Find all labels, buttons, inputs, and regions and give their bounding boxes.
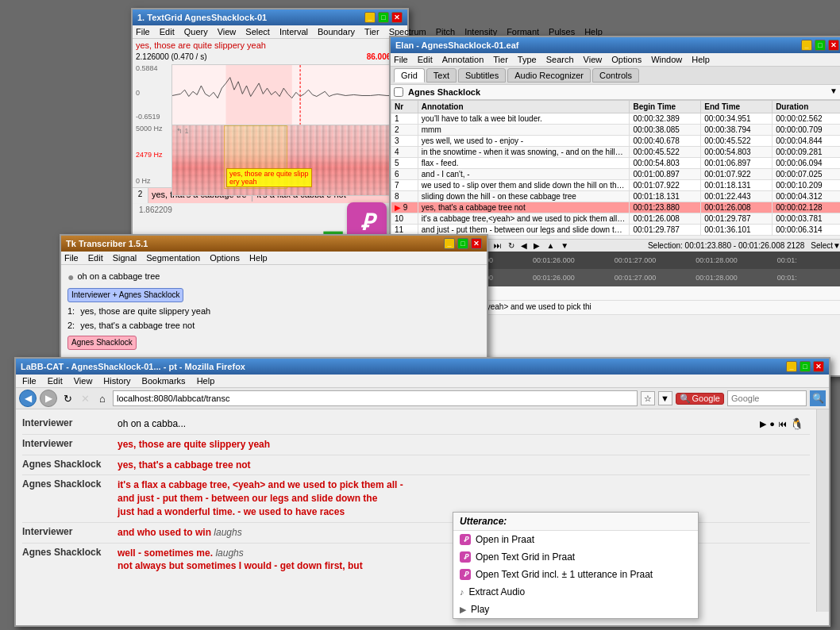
tg-freq-bot: 0 Hz <box>136 177 168 185</box>
lc-link-4[interactable]: and who used to win <box>118 527 211 538</box>
tr-text-0: oh on a cabbage tree <box>77 270 160 284</box>
tr-maximize-button[interactable]: □ <box>457 238 468 249</box>
elan-menu-window[interactable]: Window <box>651 55 682 64</box>
tier-dropdown-arrow[interactable]: ▼ <box>830 86 840 98</box>
elan-arrow-right[interactable]: ▶ <box>534 241 540 250</box>
lc-minimize-button[interactable]: _ <box>786 361 797 372</box>
tr-menu-options[interactable]: Options <box>210 253 240 263</box>
elan-table-row[interactable]: 8sliding down the hill - on these cabbag… <box>391 191 841 202</box>
elan-table-row[interactable]: ▶ 9yes, that's a cabbage tree not00:01:2… <box>391 202 841 213</box>
elan-table-row[interactable]: 5flax - feed.00:00:54.80300:01:06.89700:… <box>391 158 841 169</box>
lc-stop-button[interactable]: ✕ <box>78 391 92 405</box>
elan-table-row[interactable]: 6and - I can't, -00:01:00.89700:01:07.92… <box>391 169 841 180</box>
maximize-button[interactable]: □ <box>378 12 389 23</box>
elan-minimize-button[interactable]: _ <box>801 40 812 51</box>
tab-subtitles[interactable]: Subtitles <box>458 68 506 83</box>
close-button[interactable]: ✕ <box>391 12 403 23</box>
elan-table-row[interactable]: 1you'll have to talk a wee bit louder.00… <box>391 113 841 125</box>
lc-menu-file[interactable]: File <box>22 376 37 386</box>
elan-menu-edit[interactable]: Edit <box>418 55 433 64</box>
tab-text[interactable]: Text <box>426 68 457 83</box>
tr-close-button[interactable]: ✕ <box>471 238 482 249</box>
menu-interval[interactable]: Interval <box>279 27 308 36</box>
elan-menu-tier[interactable]: Tier <box>493 55 508 64</box>
elan-menu-file[interactable]: File <box>394 55 408 64</box>
ctx-item-play[interactable]: ▶ Play <box>453 601 698 618</box>
lc-link-3[interactable]: it's a flax a cabbage tree, <yeah> and w… <box>118 479 403 517</box>
lc-link-1[interactable]: yes, those are quite slippery yeah <box>118 439 270 450</box>
tr-minimize-button[interactable]: _ <box>444 238 455 249</box>
ctx-item-open-praat[interactable]: Ꝑ Open in Praat <box>453 531 698 548</box>
elan-arrow-down[interactable]: ▼ <box>561 241 568 250</box>
lc-maximize-button[interactable]: □ <box>800 361 811 372</box>
lc-bookmark-star[interactable]: ☆ <box>641 391 655 405</box>
lc-refresh-button[interactable]: ↻ <box>60 391 75 405</box>
elan-close-button[interactable]: ✕ <box>828 40 839 51</box>
elan-table-row[interactable]: 2mmm00:00:38.08500:00:38.79400:00:00.709 <box>391 125 841 136</box>
ctx-item-open-textgrid-pm1[interactable]: Ꝑ Open Text Grid incl. ± 1 utterance in … <box>453 566 698 583</box>
lc-back-button[interactable]: ◀ <box>19 390 37 407</box>
menu-select[interactable]: Select <box>245 27 270 36</box>
elan-menu-search[interactable]: Search <box>546 55 574 64</box>
elan-loop-btn[interactable]: ↻ <box>508 241 514 250</box>
tr-speaker-label-2: Agnes Shacklock <box>67 336 137 350</box>
lc-home-button[interactable]: ⌂ <box>95 391 110 405</box>
elan-cell-end: 00:00:45.522 <box>701 136 773 147</box>
elan-menu-annotation[interactable]: Annotation <box>442 55 484 64</box>
lc-menu-bookmarks[interactable]: Bookmarks <box>142 376 186 386</box>
lc-search-input[interactable] <box>727 390 807 406</box>
lc-forward-button[interactable]: ▶ <box>40 390 57 407</box>
elan-annotation-table[interactable]: Nr Annotation Begin Time End Time Durati… <box>391 100 840 239</box>
lc-record-icon-0[interactable]: ● <box>769 419 775 428</box>
menu-boundary[interactable]: Boundary <box>318 27 355 36</box>
menu-file[interactable]: File <box>136 27 150 36</box>
menu-query[interactable]: Query <box>184 27 208 36</box>
elan-arrow-up[interactable]: ▲ <box>546 241 554 250</box>
tr-menu-segmentation[interactable]: Segmentation <box>146 253 200 263</box>
elan-menu-type[interactable]: Type <box>518 55 537 64</box>
elan-table-row[interactable]: 4in the snowtime - when it was snowing, … <box>391 147 841 158</box>
lc-link-5b[interactable]: not always but sometimes I would - get d… <box>118 560 363 571</box>
tab-controls[interactable]: Controls <box>592 68 639 83</box>
lc-menu-history[interactable]: History <box>103 376 130 386</box>
lc-menu-edit[interactable]: Edit <box>48 376 63 386</box>
elan-arrow-left[interactable]: ◀ <box>521 241 527 250</box>
lc-next-icon-0[interactable]: 🐧 <box>790 417 803 430</box>
tier-checkbox[interactable] <box>394 87 403 97</box>
elan-table-row[interactable]: 7we used to - slip over them and slide d… <box>391 180 841 191</box>
lc-url-input[interactable] <box>113 390 638 406</box>
elan-cell-begin: 00:01:26.008 <box>630 213 701 225</box>
tab-audio-recognizer[interactable]: Audio Recognizer <box>507 68 591 83</box>
menu-edit[interactable]: Edit <box>160 27 175 36</box>
tr-menu-file[interactable]: File <box>64 253 79 263</box>
ctx-item-extract-audio[interactable]: ♪ Extract Audio <box>453 583 698 601</box>
tr-menu-edit[interactable]: Edit <box>88 253 103 263</box>
elan-menu-view[interactable]: View <box>584 55 603 64</box>
lc-bookmark-arrow[interactable]: ▼ <box>658 391 672 405</box>
tab-grid[interactable]: Grid <box>394 68 425 83</box>
lc-play-icon-0[interactable]: ▶ <box>760 419 766 429</box>
labbcat-scrollbar[interactable] <box>816 409 829 612</box>
elan-select-btn[interactable]: Select▼ <box>811 241 840 250</box>
tr-menu-help[interactable]: Help <box>249 253 268 263</box>
menu-view[interactable]: View <box>218 27 237 36</box>
elan-maximize-button[interactable]: □ <box>815 40 826 51</box>
tr-menu-signal[interactable]: Signal <box>113 253 137 263</box>
ctx-item-open-textgrid[interactable]: Ꝑ Open Text Grid in Praat <box>453 548 698 566</box>
lc-close-button[interactable]: ✕ <box>813 361 824 372</box>
elan-menu-help[interactable]: Help <box>692 55 710 64</box>
elan-table-row[interactable]: 10it's a cabbage tree,<yeah> and we used… <box>391 213 841 225</box>
elan-cell-end: 00:01:26.008 <box>701 202 773 213</box>
lc-prev-icon-0[interactable]: ⏮ <box>778 419 787 428</box>
elan-menu-options[interactable]: Options <box>611 55 642 64</box>
lc-link-2[interactable]: yes, that's a cabbage tree not <box>118 459 251 471</box>
elan-table-row[interactable]: 3yes well, we used to - enjoy -00:00:40.… <box>391 136 841 147</box>
lc-menu-view[interactable]: View <box>74 376 93 386</box>
elan-cell-nr: 10 <box>391 213 418 225</box>
lc-search-button[interactable]: 🔍 <box>810 390 826 406</box>
menu-tier[interactable]: Tier <box>364 27 380 36</box>
minimize-button[interactable]: _ <box>364 12 376 23</box>
lc-link-5[interactable]: well - sometimes me. <box>118 547 213 559</box>
lc-menu-help[interactable]: Help <box>197 376 215 386</box>
elan-fwd-btn[interactable]: ⏭ <box>494 241 502 250</box>
